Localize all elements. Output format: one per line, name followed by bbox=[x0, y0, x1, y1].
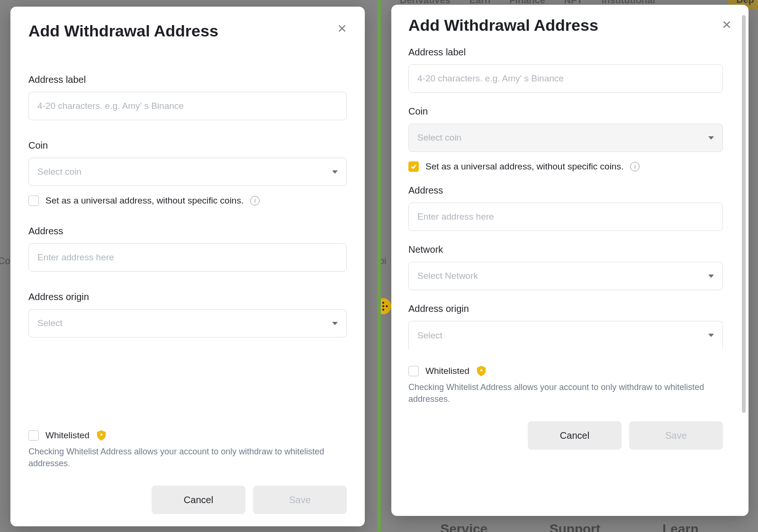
whitelist-group: Whitelisted Checking Whitelist Address a… bbox=[408, 365, 723, 405]
info-icon[interactable]: i bbox=[250, 196, 260, 205]
bg-bottom-nav: Service Support Learn bbox=[381, 522, 758, 532]
origin-placeholder: Select bbox=[37, 318, 63, 328]
scrollbar[interactable] bbox=[742, 15, 746, 413]
origin-label: Address origin bbox=[28, 292, 347, 302]
network-label: Network bbox=[408, 244, 723, 255]
cancel-button[interactable]: Cancel bbox=[152, 486, 245, 514]
address-input[interactable] bbox=[408, 203, 723, 231]
modal-title: Add Withdrawal Address bbox=[28, 22, 218, 40]
right-pane: Derivatives Earn Finance NFT Institution… bbox=[381, 0, 758, 532]
whitelist-checkbox[interactable] bbox=[408, 366, 419, 376]
whitelist-label: Whitelisted bbox=[45, 430, 90, 441]
address-label-input[interactable] bbox=[408, 64, 723, 93]
origin-label: Address origin bbox=[408, 303, 723, 314]
whitelist-label: Whitelisted bbox=[425, 366, 469, 376]
address-label-group: Address label bbox=[408, 47, 723, 93]
network-placeholder: Select Network bbox=[417, 271, 478, 281]
save-button[interactable]: Save bbox=[253, 486, 347, 514]
shield-icon bbox=[476, 365, 487, 377]
modal-title: Add Withdrawal Address bbox=[408, 16, 598, 35]
coin-label: Coin bbox=[408, 106, 723, 117]
coin-label: Coin bbox=[28, 140, 347, 151]
chevron-down-icon bbox=[332, 322, 338, 325]
close-button[interactable] bbox=[334, 20, 351, 37]
origin-group: Address origin Select bbox=[28, 292, 347, 337]
network-group: Network Select Network bbox=[408, 244, 723, 290]
svg-rect-0 bbox=[382, 301, 384, 304]
universal-checkbox[interactable] bbox=[28, 195, 39, 206]
left-pane: Coi Add Withdrawal Address Address label… bbox=[0, 0, 377, 532]
coin-group: Coin Select coin Set as a universal addr… bbox=[408, 106, 723, 172]
network-select[interactable]: Select Network bbox=[408, 262, 723, 290]
address-input[interactable] bbox=[28, 243, 347, 272]
address-label: Address bbox=[408, 185, 723, 196]
coin-group: Coin Select coin Set as a universal addr… bbox=[28, 140, 347, 206]
origin-group: Address origin Select bbox=[408, 303, 723, 349]
origin-select[interactable]: Select bbox=[408, 321, 723, 349]
add-withdrawal-modal: Add Withdrawal Address Address label Coi… bbox=[10, 7, 365, 526]
universal-text: Set as a universal address, without spec… bbox=[45, 195, 244, 206]
chevron-down-icon bbox=[708, 334, 714, 337]
svg-rect-1 bbox=[382, 309, 384, 311]
svg-rect-4 bbox=[382, 305, 384, 307]
origin-placeholder: Select bbox=[417, 330, 442, 341]
origin-select[interactable]: Select bbox=[28, 309, 347, 337]
info-icon[interactable]: i bbox=[630, 162, 640, 171]
coin-placeholder: Select coin bbox=[37, 167, 81, 177]
chevron-down-icon bbox=[708, 136, 714, 140]
whitelist-group: Whitelisted Checking Whitelist Address a… bbox=[28, 430, 347, 470]
modal-footer: Cancel Save bbox=[28, 486, 347, 514]
save-button[interactable]: Save bbox=[629, 421, 723, 450]
address-label-group: Address label bbox=[28, 74, 347, 120]
address-label-label: Address label bbox=[408, 47, 723, 58]
close-button[interactable] bbox=[718, 16, 735, 33]
svg-rect-3 bbox=[386, 305, 388, 307]
shield-icon bbox=[96, 430, 107, 441]
add-withdrawal-modal: Add Withdrawal Address Address label Coi… bbox=[391, 5, 749, 516]
universal-checkbox[interactable] bbox=[408, 161, 419, 172]
pane-divider bbox=[377, 0, 381, 532]
address-label-input[interactable] bbox=[28, 92, 347, 120]
whitelist-helper: Checking Whitelist Address allows your a… bbox=[408, 381, 712, 405]
address-label-label: Address label bbox=[28, 74, 347, 85]
bg-text: oi bbox=[381, 256, 387, 266]
coin-select[interactable]: Select coin bbox=[408, 124, 723, 152]
coin-select[interactable]: Select coin bbox=[28, 158, 347, 186]
chevron-down-icon bbox=[332, 170, 338, 174]
whitelist-helper: Checking Whitelist Address allows your a… bbox=[28, 446, 332, 470]
address-label: Address bbox=[28, 226, 347, 237]
coin-placeholder: Select coin bbox=[417, 133, 461, 143]
cancel-button[interactable]: Cancel bbox=[528, 421, 622, 450]
address-group: Address bbox=[28, 226, 347, 272]
whitelist-checkbox[interactable] bbox=[28, 430, 39, 441]
universal-text: Set as a universal address, without spec… bbox=[425, 161, 623, 172]
address-group: Address bbox=[408, 185, 723, 231]
chevron-down-icon bbox=[708, 275, 714, 278]
modal-footer: Cancel Save bbox=[408, 421, 723, 450]
